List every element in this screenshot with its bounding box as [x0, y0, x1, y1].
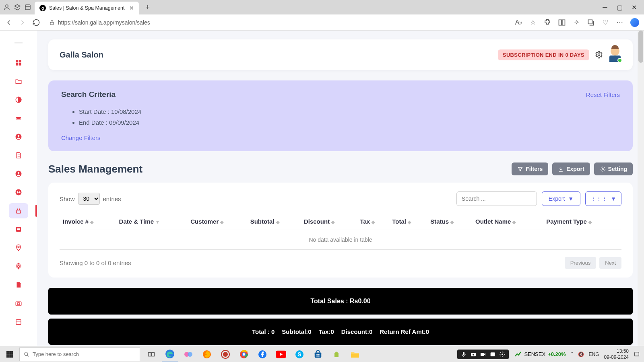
sidebar-item-user[interactable] — [9, 129, 28, 144]
address-bar[interactable]: https://salon.galla.app/mysalon/sales — [46, 18, 509, 27]
extensions-icon[interactable] — [543, 19, 551, 27]
svg-point-55 — [473, 354, 474, 355]
copilot-icon[interactable] — [630, 18, 639, 27]
sidebar-item-ticket[interactable] — [9, 111, 28, 126]
column-header[interactable]: Total◆ — [389, 213, 427, 230]
profile-icon[interactable] — [3, 4, 10, 11]
workspaces-icon[interactable] — [14, 4, 21, 11]
column-header[interactable]: Outlet Name◆ — [472, 213, 543, 230]
user-avatar[interactable] — [609, 47, 621, 63]
sidebar-item-folder[interactable] — [9, 74, 28, 89]
column-header[interactable]: Discount◆ — [301, 213, 357, 230]
favorite-icon[interactable]: ☆ — [529, 19, 537, 27]
more-icon[interactable]: ⋯ — [616, 19, 624, 27]
taskbar-store-icon[interactable] — [310, 346, 326, 362]
taskbar-search[interactable]: Type here to search — [19, 348, 140, 361]
svg-rect-53 — [463, 352, 464, 355]
taskbar-copilot-icon[interactable] — [180, 346, 196, 362]
app-viewport: — Galla Salon SUBSCRIPTION END IN 0 DAYS — [0, 31, 644, 346]
close-window-button[interactable]: ✕ — [630, 4, 638, 11]
sensex-widget[interactable]: SENSEX +0.20% — [514, 351, 566, 358]
split-screen-icon[interactable] — [558, 19, 566, 27]
favorites-bar-icon[interactable]: ✧ — [572, 19, 580, 27]
column-header[interactable]: Tax◆ — [357, 213, 389, 230]
table-export-button[interactable]: Export▼ — [542, 191, 580, 206]
browser-tab[interactable]: g Sales | Salon & Spa Management ✕ — [35, 2, 139, 14]
taskbar-facebook-icon[interactable] — [254, 346, 270, 362]
scrollbar[interactable] — [638, 31, 644, 346]
sidebar-item-dashboard[interactable] — [9, 55, 28, 70]
setting-button[interactable]: Setting — [594, 162, 633, 175]
settings-icon — [499, 351, 506, 358]
taskbar-record-icon[interactable] — [217, 346, 233, 362]
maximize-button[interactable]: ▢ — [616, 4, 623, 11]
refresh-button[interactable] — [32, 19, 40, 27]
sidebar-item-list[interactable] — [9, 222, 28, 237]
column-picker-button[interactable]: ⋮⋮⋮▼ — [585, 191, 621, 206]
table-card: Show 30 entries Export▼ ⋮⋮⋮▼ Invoice #◆D… — [48, 183, 633, 278]
search-placeholder: Type here to search — [33, 351, 79, 357]
sensex-label: SENSEX — [524, 351, 545, 357]
taskbar-edge-icon[interactable] — [162, 346, 178, 362]
sidebar-item-camera[interactable] — [9, 296, 28, 311]
sidebar-item-contrast[interactable] — [9, 92, 28, 107]
sidebar-item-file[interactable] — [9, 277, 28, 292]
browser-essentials-icon[interactable]: ♡ — [601, 19, 609, 27]
taskbar-firefox-icon[interactable] — [199, 346, 215, 362]
notifications-icon[interactable] — [634, 351, 640, 358]
minimize-button[interactable]: ─ — [601, 4, 609, 11]
svg-point-28 — [598, 54, 600, 56]
collections-icon[interactable] — [587, 19, 595, 27]
table-search-input[interactable] — [456, 191, 537, 206]
taskbar-chrome-icon[interactable] — [236, 346, 252, 362]
new-tab-button[interactable]: + — [142, 3, 153, 12]
svg-rect-4 — [559, 20, 562, 25]
list-icon — [15, 226, 22, 233]
export-button[interactable]: Export — [552, 162, 590, 175]
caret-down-icon: ▼ — [568, 195, 574, 202]
volume-mute-icon[interactable]: 🔇 — [578, 352, 584, 357]
change-filters-link[interactable]: Change Filters — [61, 134, 101, 141]
svg-rect-32 — [149, 352, 151, 356]
caret-down-icon: ▼ — [611, 195, 616, 202]
start-button[interactable] — [0, 346, 19, 362]
filters-button[interactable]: Filters — [512, 162, 548, 175]
column-header[interactable]: Date & Time▼ — [116, 213, 188, 230]
column-header[interactable]: Subtotal◆ — [247, 213, 301, 230]
taskbar-app-icon[interactable] — [328, 346, 345, 362]
previous-button[interactable]: Previous — [565, 257, 597, 269]
tray-recording-panel[interactable] — [457, 350, 509, 359]
settings-gear-icon[interactable] — [595, 51, 603, 59]
lock-icon — [49, 20, 55, 25]
system-clock[interactable]: 13:50 09-09-2024 — [604, 348, 629, 360]
sidebar-item-calendar[interactable] — [9, 314, 28, 329]
page-size-select[interactable]: 30 — [78, 193, 100, 205]
next-button[interactable]: Next — [599, 257, 621, 269]
tray-overflow-icon[interactable]: ˆ — [572, 352, 573, 357]
sidebar-item-sales[interactable] — [9, 203, 28, 218]
column-header[interactable]: Status◆ — [427, 213, 472, 230]
column-header[interactable]: Invoice #◆ — [60, 213, 116, 230]
reset-filters-link[interactable]: Reset Filters — [586, 91, 620, 98]
sidebar-item-forward[interactable] — [9, 185, 28, 200]
taskbar-skype-icon[interactable]: S — [291, 346, 308, 362]
task-view-icon[interactable] — [143, 346, 159, 362]
sidebar-item-user2[interactable] — [9, 166, 28, 181]
taskbar-youtube-icon[interactable] — [273, 346, 289, 362]
read-aloud-icon[interactable]: A)) — [514, 19, 522, 27]
user-circle-icon — [15, 170, 22, 177]
svg-point-39 — [223, 352, 228, 357]
back-button[interactable] — [5, 19, 13, 27]
sidebar-item-document[interactable] — [9, 148, 28, 163]
sidebar-item-settings[interactable] — [9, 259, 28, 274]
column-header[interactable]: Payment Type◆ — [543, 213, 621, 230]
taskbar-explorer-icon[interactable] — [347, 346, 363, 362]
sidebar-toggle[interactable]: — — [14, 38, 23, 47]
tab-close-button[interactable]: ✕ — [129, 5, 134, 11]
language-indicator[interactable]: ENG — [589, 352, 599, 357]
summary-total: Total : 0 — [252, 328, 275, 335]
column-header[interactable]: Customer◆ — [187, 213, 247, 230]
tab-actions-icon[interactable] — [24, 4, 31, 11]
sidebar-item-location[interactable] — [9, 240, 28, 255]
gear-icon — [15, 263, 22, 270]
